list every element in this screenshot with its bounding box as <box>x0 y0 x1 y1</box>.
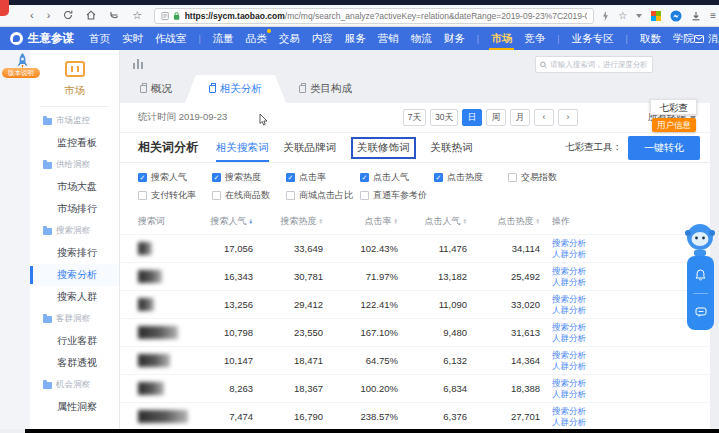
action-link[interactable]: 搜索分析 <box>552 406 710 417</box>
word-tab[interactable]: 相关搜索词 <box>216 133 269 162</box>
extensions-grid-icon[interactable] <box>651 11 661 21</box>
action-link[interactable]: 人群分析 <box>552 389 710 400</box>
nav-item[interactable]: 作战室 <box>155 28 187 49</box>
date-button[interactable]: 月 <box>510 109 530 126</box>
sidebar-item[interactable]: 市场大盘 <box>30 176 119 198</box>
nav-item[interactable]: 营销 <box>378 28 399 49</box>
search-input[interactable] <box>550 60 648 69</box>
back-icon[interactable]: ‹ <box>30 10 34 21</box>
sidebar-item[interactable]: 市场排行 <box>30 198 119 220</box>
date-button[interactable]: 周 <box>486 109 506 126</box>
url-bar[interactable]: https://sycm.taobao.com/mc/mq/search_ana… <box>154 8 594 24</box>
nav-item[interactable]: 取数 <box>640 28 661 49</box>
flash-icon[interactable] <box>602 11 609 21</box>
action-link[interactable]: 人群分析 <box>552 361 710 372</box>
metric-checkbox-item[interactable]: 在线商品数 <box>212 189 286 202</box>
one-click-convert-button[interactable]: 一键转化 <box>628 136 700 160</box>
keyword-search-box[interactable] <box>535 56 653 73</box>
column-header[interactable]: 搜索热度▲▼ <box>253 215 323 228</box>
word-tab[interactable]: 关联品牌词 <box>284 133 337 162</box>
action-link[interactable]: 搜索分析 <box>552 350 710 361</box>
nav-item[interactable]: 首页 <box>89 28 110 49</box>
metric-checkbox-item[interactable]: 支付转化率 <box>138 189 212 202</box>
forward-icon[interactable]: › <box>47 10 51 21</box>
qicai-float-button[interactable]: 七彩查 <box>650 99 697 115</box>
action-link[interactable]: 人群分析 <box>552 417 710 428</box>
word-tab[interactable]: 关联热词 <box>431 133 473 162</box>
metric-checkbox-item[interactable]: ✓点击人气 <box>360 171 434 184</box>
metric-checkbox-item[interactable]: ✓点击率 <box>286 171 360 184</box>
messages-entry[interactable]: 消息 <box>694 32 719 46</box>
brand[interactable]: 生意参谋 <box>10 31 74 46</box>
userinfo-float-button[interactable]: 用户信息 <box>652 118 696 132</box>
notification-bell-icon[interactable] <box>695 269 706 281</box>
date-button[interactable]: ‹ <box>534 109 554 126</box>
nav-item[interactable]: 内容 <box>312 28 333 49</box>
page-tab-label: 相关分析 <box>220 82 262 96</box>
page-tab[interactable]: 概况 <box>127 75 185 103</box>
favorite-star-icon[interactable]: ☆ <box>618 10 627 21</box>
assistant-mascot-icon[interactable] <box>684 221 717 259</box>
metric-value: 18,471 <box>253 355 323 366</box>
chevron-down-icon[interactable] <box>636 14 642 18</box>
action-link[interactable]: 搜索分析 <box>552 378 710 389</box>
home-icon[interactable] <box>86 10 96 22</box>
checkbox-icon: ✓ <box>138 173 147 182</box>
metric-checkbox-item[interactable]: ✓搜索人气 <box>138 171 212 184</box>
metric-value: 30,781 <box>253 271 323 282</box>
metric-checkbox-item[interactable]: 交易指数 <box>508 171 582 184</box>
metric-value: 238.57% <box>323 411 398 422</box>
nav-item[interactable]: 市场 <box>491 28 512 49</box>
folder-icon <box>43 118 52 125</box>
checkbox-icon: ✓ <box>360 173 369 182</box>
nav-item[interactable]: 物流 <box>411 28 432 49</box>
date-button[interactable]: 7天 <box>403 109 426 126</box>
nav-item[interactable]: 学院 <box>673 28 694 49</box>
sidebar-item[interactable]: 行业客群 <box>30 330 119 352</box>
sidebar-item[interactable]: 属性洞察 <box>30 396 119 418</box>
nav-item[interactable]: 财务 <box>444 28 465 49</box>
sidebar-item[interactable]: 搜索排行 <box>30 242 119 264</box>
market-module-icon <box>65 61 85 77</box>
metric-value: 27,701 <box>467 411 540 422</box>
date-button[interactable]: › <box>558 109 578 126</box>
nav-item[interactable]: 实时 <box>122 28 143 49</box>
download-icon[interactable] <box>691 11 701 21</box>
page-tab[interactable]: 类目构成 <box>286 75 365 103</box>
column-header[interactable]: 搜索人气▲▼ <box>198 215 253 228</box>
folder-icon <box>43 316 52 323</box>
nav-item[interactable]: 交易 <box>279 28 300 49</box>
sidebar-item[interactable]: 监控看板 <box>30 132 119 154</box>
column-header-label: 操作 <box>552 215 570 228</box>
word-tab[interactable]: 关联修饰词 <box>351 137 416 159</box>
nav-item[interactable]: 品类 <box>246 28 267 49</box>
metric-checkbox-item[interactable]: 直通车参考价 <box>360 189 434 202</box>
date-button[interactable]: 30天 <box>430 109 458 126</box>
metric-checkbox-item[interactable]: 商城点击占比 <box>286 189 360 202</box>
nav-item[interactable]: 服务 <box>345 28 366 49</box>
action-link[interactable]: 人群分析 <box>552 333 710 344</box>
page-tab[interactable]: 相关分析 <box>185 75 286 103</box>
sidebar-item[interactable]: 搜索分析 <box>30 264 119 286</box>
sidebar-item[interactable]: 客群透视 <box>30 352 119 374</box>
bookmark-star-icon[interactable]: ☆ <box>132 10 142 21</box>
sidebar-item[interactable]: 搜索人群 <box>30 286 119 308</box>
feedback-chat-icon[interactable] <box>695 307 707 318</box>
nav-item[interactable]: 竞争 <box>524 28 545 49</box>
table-row: 8,26318,367100.20%6,83418,388搜索分析人群分析 <box>120 374 710 402</box>
nav-item[interactable]: 业务专区 <box>572 28 614 49</box>
notification-dot-icon <box>267 29 271 33</box>
menu-icon[interactable]: ≡ <box>710 10 716 21</box>
column-header[interactable]: 点击率▲▼ <box>323 215 398 228</box>
reload-icon[interactable] <box>63 10 73 22</box>
redacted-keyword <box>138 242 152 255</box>
history-icon[interactable] <box>109 10 119 22</box>
date-button[interactable]: 日 <box>462 109 482 126</box>
metric-checkbox-item[interactable]: ✓点击热度 <box>434 171 508 184</box>
column-header[interactable]: 点击人气▲▼ <box>398 215 467 228</box>
version-badge[interactable]: 版本说明 <box>2 68 40 78</box>
column-header[interactable]: 点击热度▲▼ <box>467 215 540 228</box>
nav-item[interactable]: 流量 <box>213 28 234 49</box>
metric-checkbox-item[interactable]: ✓搜索热度 <box>212 171 286 184</box>
messenger-extension-icon[interactable] <box>670 10 682 22</box>
